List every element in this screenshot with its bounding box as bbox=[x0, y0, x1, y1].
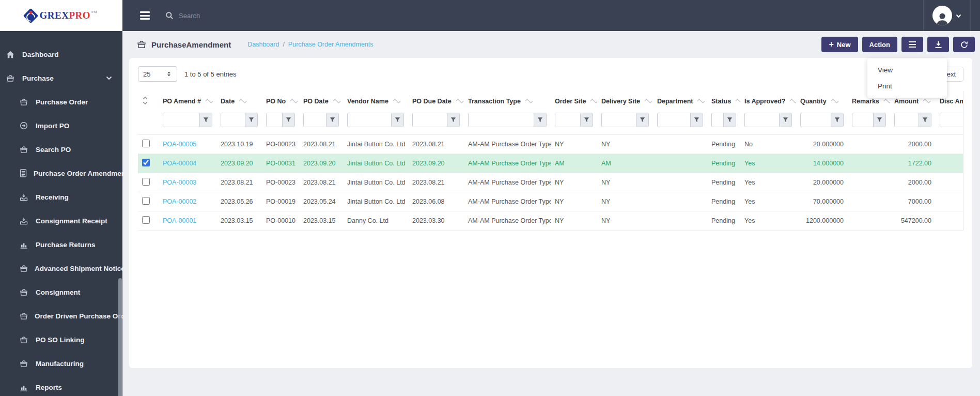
filter-button-remarks[interactable] bbox=[873, 113, 885, 127]
refresh-button[interactable] bbox=[953, 37, 975, 52]
filter-button-po_date[interactable] bbox=[326, 113, 338, 127]
sidebar-item-manufacturing[interactable]: Manufacturing bbox=[0, 352, 122, 375]
top-navbar bbox=[122, 0, 980, 31]
sidebar-item-purchase-order-amendments[interactable]: Purchase Order Amendments bbox=[0, 161, 122, 185]
po-amend-link[interactable]: POA-00004 bbox=[163, 160, 196, 167]
filter-button-order_site[interactable] bbox=[580, 113, 593, 127]
row-checkbox[interactable] bbox=[142, 159, 150, 166]
header-delivery_site[interactable]: Delivery Site bbox=[597, 91, 653, 111]
filter-input-order_site[interactable] bbox=[555, 113, 580, 127]
list-view-button[interactable] bbox=[901, 37, 923, 52]
cell-status: Pending bbox=[707, 211, 740, 231]
po-amend-link[interactable]: POA-00002 bbox=[163, 198, 196, 205]
plus-icon: + bbox=[829, 40, 833, 49]
filter-button-quantity[interactable] bbox=[831, 113, 843, 127]
filter-input-date[interactable] bbox=[221, 113, 245, 127]
filter-button-po_due[interactable] bbox=[447, 113, 459, 127]
sidebar-item-dashboard[interactable]: Dashboard bbox=[0, 42, 122, 66]
filter-input-department[interactable] bbox=[658, 113, 690, 127]
header-date[interactable]: Date bbox=[216, 91, 262, 111]
header-vendor[interactable]: Vendor Name bbox=[343, 91, 408, 111]
sidebar: DashboardPurchasePurchase OrderImport PO… bbox=[0, 31, 122, 396]
user-menu[interactable] bbox=[924, 6, 970, 25]
header-txn_type[interactable]: Transaction Type bbox=[464, 91, 551, 111]
search-input[interactable] bbox=[179, 12, 292, 20]
cell-txn_type: AM-AM Purchase Order Type bbox=[464, 173, 551, 192]
cell-status: Pending bbox=[707, 192, 740, 211]
sort-icons bbox=[883, 98, 890, 105]
header-po_no[interactable]: PO No bbox=[262, 91, 299, 111]
sidebar-item-search-po[interactable]: Search PO bbox=[0, 138, 122, 161]
filter-button-po_amend[interactable] bbox=[199, 113, 212, 127]
filter-input-vendor[interactable] bbox=[348, 113, 391, 127]
filter-input-po_amend[interactable] bbox=[163, 113, 199, 127]
filter-button-delivery_site[interactable] bbox=[636, 113, 648, 127]
sidebar-item-label: Purchase bbox=[22, 74, 54, 82]
cell-disc_amount bbox=[936, 211, 963, 231]
sidebar-item-advanced-shipment-notice[interactable]: Advanced Shipment Notice bbox=[0, 256, 122, 280]
filter-input-approved[interactable] bbox=[745, 113, 779, 127]
filter-input-po_due[interactable] bbox=[413, 113, 447, 127]
action-menu-view[interactable]: View bbox=[867, 62, 947, 78]
filter-button-status[interactable] bbox=[723, 113, 736, 127]
sidebar-item-import-po[interactable]: Import PO bbox=[0, 114, 122, 138]
filter-input-quantity[interactable] bbox=[801, 113, 831, 127]
breadcrumb-current[interactable]: Purchase Order Amendments bbox=[288, 41, 374, 48]
header-po_amend[interactable]: PO Amend # bbox=[159, 91, 216, 111]
filter-input-txn_type[interactable] bbox=[469, 113, 534, 127]
sidebar-item-purchase-returns[interactable]: Purchase Returns bbox=[0, 233, 122, 256]
filter-input-amount[interactable] bbox=[895, 113, 919, 127]
filter-button-department[interactable] bbox=[690, 113, 703, 127]
filter-input-po_no[interactable] bbox=[267, 113, 282, 127]
new-button[interactable]: +New bbox=[821, 37, 858, 52]
filter-button-amount[interactable] bbox=[919, 113, 931, 127]
filter-input-remarks[interactable] bbox=[852, 113, 873, 127]
filter-button-vendor[interactable] bbox=[391, 113, 403, 127]
page-size-select[interactable]: 25 bbox=[138, 66, 177, 82]
sidebar-item-receiving[interactable]: Receiving bbox=[0, 185, 122, 209]
sidebar-scrollbar[interactable] bbox=[118, 278, 122, 396]
hamburger-menu-icon[interactable] bbox=[140, 11, 150, 20]
filter-input-status[interactable] bbox=[712, 113, 723, 127]
header-department[interactable]: Department bbox=[653, 91, 707, 111]
filter-button-txn_type[interactable] bbox=[534, 113, 546, 127]
po-amend-link[interactable]: POA-00003 bbox=[163, 179, 196, 186]
po-amend-link[interactable]: POA-00001 bbox=[163, 217, 196, 224]
sidebar-item-po-so-linking[interactable]: PO SO Linking bbox=[0, 328, 122, 352]
header-po_date[interactable]: PO Date bbox=[299, 91, 343, 111]
header-select-column[interactable] bbox=[138, 91, 159, 111]
action-menu-print[interactable]: Print bbox=[867, 78, 947, 94]
sidebar-item-purchase[interactable]: Purchase bbox=[0, 66, 122, 90]
filter-input-delivery_site[interactable] bbox=[602, 113, 636, 127]
sidebar-item-consignment-receipt[interactable]: Consignment Receipt bbox=[0, 209, 122, 233]
basket-icon bbox=[20, 98, 29, 106]
sidebar-item-purchase-order[interactable]: Purchase Order bbox=[0, 90, 122, 114]
cell-quantity: 20.000000 bbox=[796, 135, 848, 154]
chart-icon bbox=[20, 384, 29, 391]
sidebar-item-consignment[interactable]: Consignment bbox=[0, 280, 122, 304]
header-status[interactable]: Status bbox=[707, 91, 740, 111]
sidebar-item-reports[interactable]: Reports bbox=[0, 375, 122, 396]
filter-button-date[interactable] bbox=[245, 113, 257, 127]
basket-icon bbox=[20, 360, 29, 368]
page-header: PurchaseAmendment Dashboard / Purchase O… bbox=[122, 31, 980, 58]
row-checkbox[interactable] bbox=[142, 197, 150, 205]
sidebar-item-order-driven-purchase-order[interactable]: Order Driven Purchase Order bbox=[0, 304, 122, 328]
action-button[interactable]: Action bbox=[862, 37, 897, 52]
breadcrumb-dashboard[interactable]: Dashboard bbox=[247, 41, 279, 48]
filter-input-disc_amount[interactable] bbox=[940, 113, 963, 127]
filter-button-approved[interactable] bbox=[779, 113, 791, 127]
row-checkbox[interactable] bbox=[142, 140, 150, 147]
row-checkbox[interactable] bbox=[142, 216, 150, 224]
filter-button-po_no[interactable] bbox=[282, 113, 294, 127]
row-checkbox[interactable] bbox=[142, 178, 150, 186]
header-quantity[interactable]: Quantity bbox=[796, 91, 848, 111]
po-amend-link[interactable]: POA-00005 bbox=[163, 141, 196, 148]
header-order_site[interactable]: Order Site bbox=[551, 91, 597, 111]
filter-input-po_date[interactable] bbox=[304, 113, 326, 127]
header-po_due[interactable]: PO Due Date bbox=[408, 91, 464, 111]
brand-logo[interactable]: GREXPROTM bbox=[0, 0, 122, 31]
download-button[interactable] bbox=[927, 37, 949, 52]
header-approved[interactable]: Is Approved? bbox=[740, 91, 796, 111]
sidebar-item-label: Purchase Order Amendments bbox=[34, 170, 122, 177]
